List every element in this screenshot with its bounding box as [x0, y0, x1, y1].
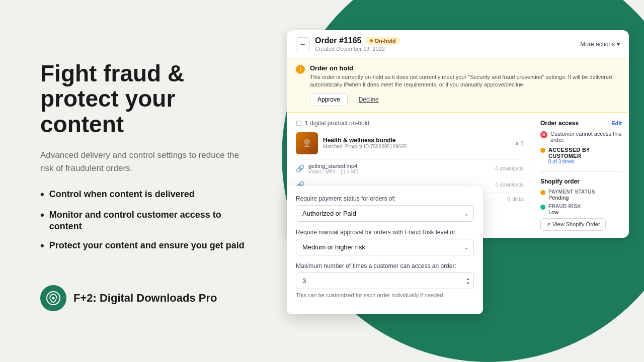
edit-link[interactable]: Edit: [611, 120, 622, 126]
bullet-1: Control when content is delivered: [40, 189, 252, 202]
ui-container: ← Order #1165 On-hold Created December 1…: [287, 30, 629, 238]
back-button[interactable]: ←: [296, 37, 310, 51]
status-badge: On-hold: [366, 37, 400, 45]
order-date: Created December 19, 2022: [315, 46, 400, 52]
file-meta-1: Video / MP4 · 11.4 MB: [308, 169, 492, 174]
order-title-row: Order #1165 On-hold: [315, 36, 400, 45]
orange-dot-icon: [540, 148, 545, 153]
max-access-field-popup: Maximum number of times a customer can a…: [296, 262, 474, 298]
settings-hint: This can be customized for each order in…: [296, 292, 474, 298]
increment-icon[interactable]: ▲: [466, 277, 470, 281]
shopify-section: Shopify order PAYMENT STATUS Pending: [540, 171, 622, 231]
fraud-risk-field: FRAUD RISK Low: [548, 204, 622, 215]
warning-icon: ✕: [540, 131, 547, 138]
chevron-down-icon: ▾: [617, 41, 620, 48]
order-title-block: Order #1165 On-hold Created December 19,…: [315, 36, 400, 52]
link-out-icon: ↗: [546, 221, 550, 228]
view-shopify-order-button[interactable]: ↗ View Shopify Order: [540, 218, 606, 231]
decrement-icon[interactable]: ▼: [466, 281, 470, 285]
alert-title: Order on hold: [310, 64, 620, 72]
payment-status-field: PAYMENT STATUS Pending: [548, 189, 622, 201]
payment-status-select[interactable]: Authorized or Paid Any status: [296, 205, 474, 222]
access-warning-text: Customer cannot access this order.: [550, 131, 622, 143]
left-panel: Fight fraud & protect your content Advan…: [0, 0, 292, 362]
file-stat-2: 0 downloads: [496, 182, 524, 188]
brand-name: F+2: Digital Downloads Pro: [73, 292, 217, 305]
fraud-risk-select-wrapper: Medium or higher risk High risk only Any…: [296, 239, 474, 255]
fraud-risk-row: FRAUD RISK Low: [540, 204, 622, 215]
file-stat-3: 0 clicks: [507, 197, 524, 202]
settings-popup: Require payment status for orders of: Au…: [287, 186, 483, 314]
main-heading: Fight fraud & protect your content: [40, 61, 252, 137]
decline-button[interactable]: Decline: [352, 93, 386, 106]
checkbox-icon: ☐: [296, 120, 302, 127]
fraud-risk-value: Low: [548, 209, 622, 215]
accessed-row: ACCESSED BY CUSTOMER 0 of 3 times: [540, 147, 622, 164]
bullet-3: Protect your content and ensure you get …: [40, 240, 252, 253]
approve-button[interactable]: Approve: [310, 93, 348, 106]
payment-status-select-wrapper: Authorized or Paid Any status ⌄: [296, 205, 474, 222]
brand-logo-icon: [46, 291, 61, 306]
alert-warning-icon: !: [296, 65, 305, 74]
brand-row: F+2: Digital Downloads Pro: [40, 285, 252, 311]
max-access-number-wrapper: ▲ ▼: [296, 273, 474, 289]
alert-banner: ! Order on hold This order is currently …: [287, 58, 629, 113]
file-row-1: 🔗 getting_started.mp4 Video / MP4 · 11.4…: [296, 159, 524, 177]
back-arrow-icon: ←: [300, 40, 306, 48]
payment-status-label: PAYMENT STATUS: [548, 189, 622, 195]
green-dot-icon: [540, 205, 545, 210]
accessed-count: 0 of 3 times: [548, 159, 622, 164]
status-dot: [370, 39, 373, 42]
status-label: On-hold: [375, 38, 396, 44]
file-info-1: getting_started.mp4 Video / MP4 · 11.4 M…: [308, 163, 492, 174]
svg-point-2: [304, 139, 310, 145]
fraud-risk-label: FRAUD RISK: [548, 204, 622, 209]
alert-content: Order on hold This order is currently on…: [310, 64, 620, 106]
product-info: Health & wellness bundle Matched: Produc…: [323, 137, 511, 149]
max-access-input[interactable]: [296, 273, 474, 289]
order-access-title: Order access: [540, 120, 579, 127]
payment-status-popup-label: Require payment status for orders of:: [296, 195, 474, 202]
payment-status-row: PAYMENT STATUS Pending: [540, 189, 622, 201]
max-access-popup-label: Maximum number of times a customer can a…: [296, 262, 474, 269]
section-label-text: 1 digital product on-hold: [305, 120, 369, 127]
fraud-risk-field-popup: Require manual approval for orders with …: [296, 229, 474, 255]
svg-point-1: [52, 297, 55, 300]
alert-actions: Approve Decline: [310, 93, 620, 106]
order-access-title-row: Order access Edit: [540, 120, 622, 127]
product-meta: Matched: Product ID 7598895169695: [323, 144, 511, 149]
yellow-dot-icon: [540, 190, 545, 195]
view-order-label: View Shopify Order: [552, 221, 600, 227]
product-name: Health & wellness bundle: [323, 137, 511, 144]
sub-text: Advanced delivery and control settings t…: [40, 149, 252, 174]
product-thumb-image: [299, 136, 314, 151]
number-stepper: ▲ ▼: [466, 277, 470, 285]
product-quantity: x 1: [516, 140, 524, 147]
accessed-info: ACCESSED BY CUSTOMER 0 of 3 times: [548, 147, 622, 164]
order-header-left: ← Order #1165 On-hold Created December 1…: [296, 36, 400, 52]
order-header: ← Order #1165 On-hold Created December 1…: [287, 30, 629, 58]
alert-text: This order is currently on-hold as it do…: [310, 73, 620, 89]
fraud-risk-popup-label: Require manual approval for orders with …: [296, 229, 474, 236]
bullet-list: Control when content is delivered Monito…: [40, 189, 252, 260]
accessed-title: ACCESSED BY CUSTOMER: [548, 147, 622, 159]
payment-status-field-popup: Require payment status for orders of: Au…: [296, 195, 474, 222]
bullet-2: Monitor and control customer access to c…: [40, 209, 252, 233]
payment-status-value: Pending: [548, 195, 622, 201]
order-access-section: Order access Edit ✕ Customer cannot acce…: [540, 120, 622, 164]
order-number: Order #1165: [315, 36, 362, 45]
file-stat-1: 0 downloads: [496, 166, 524, 171]
file-name-1: getting_started.mp4: [308, 163, 492, 169]
product-row: Health & wellness bundle Matched: Produc…: [296, 132, 524, 154]
shopify-title: Shopify order: [540, 178, 622, 185]
file-icon-1: 🔗: [296, 164, 304, 172]
digital-product-label: ☐ 1 digital product on-hold: [296, 120, 524, 127]
access-warning: ✕ Customer cannot access this order.: [540, 131, 622, 143]
right-panel: ← Order #1165 On-hold Created December 1…: [262, 0, 644, 362]
more-actions-button[interactable]: More actions ▾: [580, 41, 620, 48]
more-actions-label: More actions: [580, 41, 615, 48]
product-thumbnail: [296, 132, 318, 154]
order-sidebar: Order access Edit ✕ Customer cannot acce…: [533, 113, 629, 238]
fraud-risk-select[interactable]: Medium or higher risk High risk only Any…: [296, 239, 474, 255]
brand-logo: [40, 285, 66, 311]
